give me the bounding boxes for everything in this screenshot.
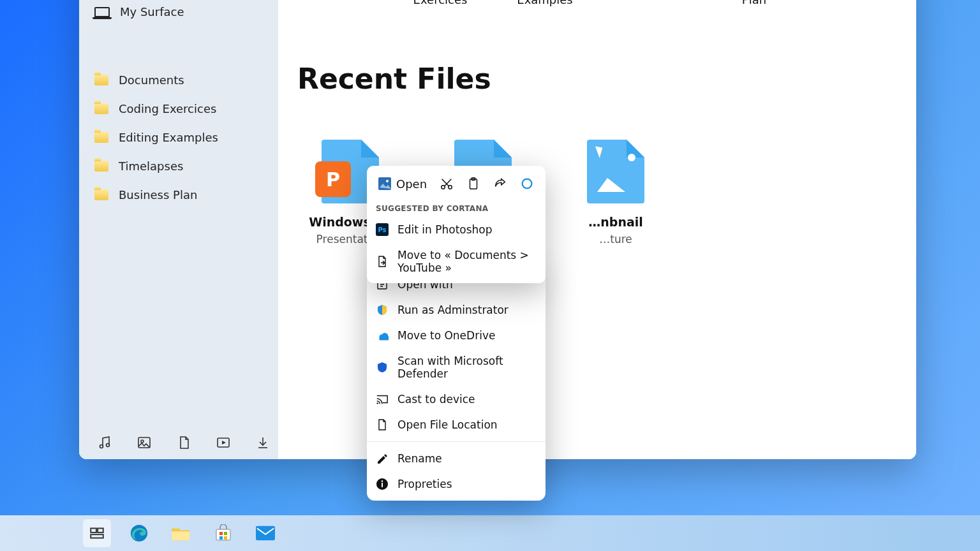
svg-rect-19: [91, 528, 96, 533]
sidebar-item-documents[interactable]: Documents: [79, 66, 278, 94]
svg-point-15: [377, 402, 378, 404]
folder-business[interactable]: Business Plan: [716, 0, 792, 6]
context-item-admin[interactable]: Run as Adminstrator: [367, 297, 546, 323]
file-thumbnail: [587, 140, 644, 203]
context-open-button[interactable]: Open: [375, 176, 431, 192]
folder-label: Coding Exercices: [402, 0, 479, 6]
folder-grid: Documents Coding Exercices Editing Examp…: [297, 0, 897, 6]
start-area[interactable]: [11, 519, 69, 547]
svg-rect-23: [172, 531, 189, 540]
folder-label: Business Plan: [716, 0, 792, 6]
folder-label: Editing Examples: [507, 0, 583, 6]
sidebar-item-coding[interactable]: Coding Exercices: [79, 94, 278, 123]
context-item-properties[interactable]: Propreties: [367, 471, 546, 497]
context-item-file-loc[interactable]: Open File Location: [367, 412, 546, 437]
context-item-label: Propreties: [397, 478, 452, 490]
info-icon: [376, 478, 389, 490]
svg-point-18: [382, 480, 383, 482]
folder-documents[interactable]: Documents: [297, 0, 374, 6]
recent-files-heading: Recent Files: [297, 62, 897, 95]
svg-point-6: [386, 180, 389, 182]
sidebar-item-label: Coding Exercices: [119, 102, 216, 115]
defender-icon: [376, 361, 389, 374]
file-type: …ture: [568, 233, 664, 246]
folder-timelapses[interactable]: Timelapses: [611, 0, 688, 6]
downloads-icon[interactable]: [255, 435, 271, 450]
sidebar-item-editing[interactable]: Editing Examples: [79, 123, 278, 152]
folder-coding[interactable]: Coding Exercices: [402, 0, 479, 6]
videos-icon[interactable]: [216, 435, 231, 450]
svg-rect-17: [382, 483, 383, 487]
music-icon[interactable]: [97, 435, 112, 450]
svg-rect-24: [216, 529, 230, 540]
share-button[interactable]: [489, 172, 511, 195]
folder-icon: [94, 132, 108, 143]
context-toolbar: Open: [367, 166, 546, 202]
context-item-defender[interactable]: Scan with Microsoft Defender: [367, 348, 546, 386]
explorer-button[interactable]: [167, 519, 195, 547]
context-item-label: Run as Adminstrator: [397, 304, 509, 316]
context-item-cast[interactable]: Cast to device: [367, 386, 546, 412]
svg-rect-20: [98, 528, 103, 533]
sidebar-item-label: Documents: [119, 73, 184, 87]
admin-shield-icon: [376, 304, 389, 316]
taskbar: [0, 515, 980, 551]
cortana-button[interactable]: [516, 172, 538, 195]
edge-button[interactable]: [125, 519, 153, 547]
svg-rect-26: [224, 532, 227, 535]
context-item-rename[interactable]: Rename: [367, 446, 546, 471]
sidebar-item-business[interactable]: Business Plan: [79, 180, 278, 209]
folder-icon: [94, 75, 108, 85]
sidebar-item-label: Editing Examples: [119, 131, 218, 144]
svg-point-0: [100, 445, 103, 448]
context-item-label: Move to OneDrive: [397, 329, 495, 342]
powerpoint-badge-icon: P: [315, 161, 351, 197]
svg-point-1: [107, 444, 110, 447]
context-item-move-doc[interactable]: Move to « Documents > YouTube »: [367, 242, 546, 283]
context-item-label: Move to « Documents > YouTube »: [397, 249, 537, 274]
sidebar-item-device[interactable]: My Surface: [79, 0, 278, 26]
context-item-onedrive[interactable]: Move to OneDrive: [367, 323, 546, 348]
sidebar-quick-icons: [79, 435, 278, 450]
photos-icon[interactable]: [137, 435, 152, 450]
folder-icon: [94, 189, 108, 200]
sidebar: My Surface Documents Coding Exercices Ed…: [79, 0, 278, 459]
store-button[interactable]: [209, 519, 237, 547]
sidebar-item-label: My Surface: [120, 5, 184, 18]
svg-text:Ps: Ps: [378, 226, 386, 233]
svg-rect-27: [219, 536, 223, 540]
file-location-icon: [376, 418, 389, 431]
context-item-label: Rename: [397, 452, 442, 465]
context-menu-secondary: Open with Run as Adminstrator Move to On…: [367, 268, 546, 501]
context-subhead: SUGGESTED BY CORTANA: [367, 202, 546, 217]
svg-point-7: [442, 186, 445, 189]
context-item-photoshop[interactable]: Ps Edit in Photoshop: [367, 217, 546, 242]
file-image-2[interactable]: …nbnail …ture: [568, 140, 664, 246]
svg-rect-21: [91, 534, 103, 538]
file-name: …nbnail: [568, 215, 664, 229]
context-open-label: Open: [396, 177, 427, 191]
folder-youtube[interactable]: Youtube: [820, 0, 897, 6]
clipboard-button[interactable]: [463, 172, 484, 195]
rename-icon: [376, 452, 389, 465]
context-item-label: Open File Location: [397, 418, 498, 431]
onedrive-icon: [376, 329, 389, 342]
sidebar-item-label: Business Plan: [119, 188, 197, 202]
context-item-label: Cast to device: [397, 393, 475, 406]
svg-point-8: [449, 186, 452, 189]
picture-app-icon: [378, 177, 391, 190]
photoshop-icon: Ps: [376, 223, 389, 236]
cut-button[interactable]: [436, 172, 457, 195]
svg-point-3: [141, 440, 144, 443]
documents-icon[interactable]: [176, 435, 191, 450]
context-separator: [367, 441, 546, 442]
taskview-button[interactable]: [83, 519, 111, 547]
svg-rect-28: [224, 536, 227, 540]
folder-icon: [94, 161, 108, 172]
svg-rect-25: [219, 532, 223, 535]
move-document-icon: [376, 255, 389, 268]
folder-editing[interactable]: Editing Examples: [507, 0, 583, 6]
context-item-label: Scan with Microsoft Defender: [397, 355, 537, 380]
sidebar-item-timelapses[interactable]: Timelapses: [79, 152, 278, 180]
mail-button[interactable]: [251, 519, 279, 547]
